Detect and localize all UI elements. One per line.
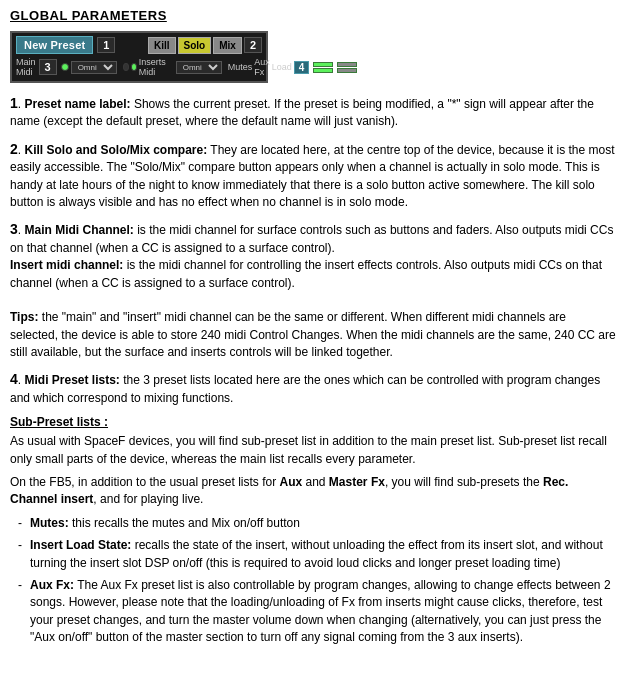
section-3-header1: Main Midi Channel: [24,223,133,237]
section-1: 1. Preset name label: Shows the current … [10,93,616,131]
bar-group [313,62,333,73]
device-panel: New Preset 1 Kill Solo Mix 2 Main Midi 3… [10,31,268,83]
badge-1: 1 [97,37,115,53]
bar-1 [313,62,333,67]
section-3: 3. Main Midi Channel: is the midi channe… [10,219,616,361]
main-midi-group: Main Midi 3 [16,57,57,77]
badge-2: 2 [244,37,262,53]
section-1-header: Preset name label: [24,97,130,111]
inserts-midi-label: Inserts Midi [139,57,170,77]
main-midi-label: Main Midi [16,57,36,77]
para2-suffix: , you will find sub-presets the [385,475,543,489]
led-2 [123,63,129,71]
section-3-header2: Insert midi channel: [10,258,123,272]
load-label: Load [272,62,292,72]
list-item-mutes: Mutes: this recalls the mutes and Mix on… [30,515,616,532]
kill-solo-mix-group: Kill Solo Mix 2 [148,37,262,54]
badge-3: 3 [39,59,57,75]
new-preset-button[interactable]: New Preset [16,36,93,54]
led-3 [131,63,137,71]
aux-fx-label: Aux Fx: [30,578,74,592]
section-2-header: Kill Solo and Solo/Mix compare: [24,143,207,157]
page-title: GLOBAL PARAMETERS [10,8,616,23]
insert-load-label: Insert Load State: [30,538,131,552]
tips-body: the "main" and "insert" midi channel can… [10,310,616,359]
panel-bottom-row: Main Midi 3 Omni Inserts Midi Omni Mutes… [16,57,262,77]
sublist-title: Sub-Preset lists : [10,415,616,429]
sublist-para1: As usual with SpaceF devices, you will f… [10,433,616,468]
section-2: 2. Kill Solo and Solo/Mix compare: They … [10,139,616,212]
aux-fx-body: The Aux Fx preset list is also controlla… [30,578,611,644]
led-1 [61,63,69,71]
kill-button[interactable]: Kill [148,37,176,54]
mutes-label: Mutes [228,62,253,72]
bar-group-2 [337,62,357,73]
mutes-bullet-body: this recalls the mutes and Mix on/off bu… [72,516,300,530]
list-item-aux-fx: Aux Fx: The Aux Fx preset list is also c… [30,577,616,647]
sublist-para2: On the FB5, in addition to the usual pre… [10,474,616,509]
mutes-bullet-label: Mutes: [30,516,69,530]
section-3-num: 3 [10,221,18,237]
list-item-insert-load: Insert Load State: recalls the state of … [30,537,616,572]
tips-label: Tips: [10,310,38,324]
bullet-list: Mutes: this recalls the mutes and Mix on… [10,515,616,647]
para2-end: , and for playing live. [93,492,203,506]
section-4-num: 4 [10,371,18,387]
para2-and: and [302,475,329,489]
para2-prefix: On the FB5, in addition to the usual pre… [10,475,279,489]
mix-button[interactable]: Mix [213,37,242,54]
badge-4: 4 [294,61,310,74]
section-2-num: 2 [10,141,18,157]
bar-2 [313,68,333,73]
solo-button[interactable]: Solo [178,37,212,54]
para2-masterfx: Master Fx [329,475,385,489]
para2-aux: Aux [279,475,302,489]
bar-4 [337,68,357,73]
bar-3 [337,62,357,67]
panel-top-row: New Preset 1 Kill Solo Mix 2 [16,36,262,54]
section-1-num: 1 [10,95,18,111]
omni-select-1[interactable]: Omni [71,61,117,74]
aux-label: Aux Fx [254,57,270,77]
omni-select-2[interactable]: Omni [176,61,222,74]
section-4: 4. Midi Preset lists: the 3 preset lists… [10,369,616,407]
section-4-header: Midi Preset lists: [24,373,119,387]
